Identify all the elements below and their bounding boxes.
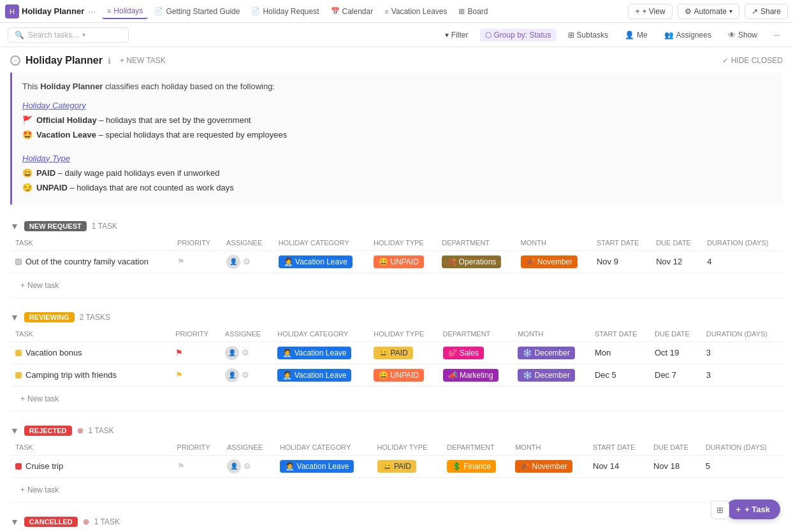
chevron-down-icon: ▾ xyxy=(729,8,732,15)
due-date: Nov 18 xyxy=(648,455,701,477)
assignees-icon: 👥 xyxy=(664,31,674,40)
category-item-vacation: 🤩 Vacation Leave – special holidays that… xyxy=(22,129,773,141)
assignees-button[interactable]: 👥 Assignees xyxy=(659,29,717,41)
section-toggle-rejected[interactable]: ▼ xyxy=(10,426,19,436)
department-pill[interactable]: 🍂 Operations xyxy=(442,255,501,268)
add-task-row[interactable]: + New task xyxy=(15,482,778,498)
col-due-date: DUE DATE xyxy=(651,235,702,251)
holiday-type-pill[interactable]: 😀 PAID xyxy=(377,460,416,473)
more-options-button[interactable]: ··· xyxy=(769,29,785,41)
month-pill[interactable]: 🍂 November xyxy=(521,255,578,268)
section-toggle-new-request[interactable]: ▼ xyxy=(10,221,19,231)
hide-closed-button[interactable]: ✓ HIDE CLOSED xyxy=(722,56,783,65)
view-button[interactable]: + + View xyxy=(628,4,672,19)
col-due-date: DUE DATE xyxy=(648,440,701,456)
add-task-row[interactable]: + New task xyxy=(15,391,778,407)
month-pill[interactable]: 🍂 November xyxy=(515,460,572,473)
plus-icon: + xyxy=(20,394,25,403)
priority-flag[interactable]: ⚑ xyxy=(175,348,183,357)
table-row[interactable]: Cruise trip ⚑ 👤 ⚙ 🧑‍💼 Vacation Leave 😀 P… xyxy=(10,455,783,477)
share-button[interactable]: ↗ Share xyxy=(745,4,788,19)
section-badge-new-request: NEW REQUEST xyxy=(24,221,87,231)
nav-tab-calendar[interactable]: 📅Calendar xyxy=(326,4,379,18)
nav-tab-getting-started[interactable]: 📄Getting Started Guide xyxy=(149,4,245,18)
grid-view-button[interactable]: ⊞ xyxy=(711,501,729,519)
month-pill[interactable]: ❄️ December xyxy=(518,347,575,359)
nav-tab-holidays[interactable]: ≡Holidays xyxy=(102,4,148,19)
start-date: Nov 14 xyxy=(588,455,648,477)
gear-icon[interactable]: ⚙ xyxy=(242,348,249,357)
filter-icon: ▾ xyxy=(445,31,449,40)
nav-tab-board[interactable]: ▦Board xyxy=(453,4,493,18)
holiday-category-pill[interactable]: 🧑‍💼 Vacation Leave xyxy=(277,347,351,359)
col-start-date: START DATE xyxy=(588,440,648,456)
holiday-type-pill[interactable]: 😀 UNPAID xyxy=(374,255,424,268)
month-pill[interactable]: ❄️ December xyxy=(518,369,575,382)
department-pill[interactable]: 💕 Sales xyxy=(443,347,484,359)
grid-icon: ⊞ xyxy=(717,505,724,515)
holiday-category-pill[interactable]: 🧑‍💼 Vacation Leave xyxy=(277,369,351,382)
task-count-reviewing: 2 TASKS xyxy=(80,313,110,322)
department-pill[interactable]: 📣 Marketing xyxy=(443,369,498,382)
col-assignee: ASSIGNEE xyxy=(222,440,275,456)
me-button[interactable]: 👤 Me xyxy=(620,29,653,41)
status-icon-rejected: ⊗ xyxy=(77,426,84,435)
show-button[interactable]: 👁 Show xyxy=(723,29,762,41)
col-holiday-category: HOLIDAY CATEGORY xyxy=(272,326,368,342)
table-row[interactable]: Out of the country family vacation ⚑ 👤 ⚙… xyxy=(10,250,783,273)
priority-flag[interactable]: ⚑ xyxy=(177,461,185,471)
toolbar: 🔍 Search tasks... ▾ ▾ Filter ⬡ Group by:… xyxy=(0,23,793,47)
holiday-category-pill[interactable]: 🧑‍💼 Vacation Leave xyxy=(280,460,354,473)
section-new-request: ▼ NEW REQUEST 1 TASK TASK PRIORITY ASSIG… xyxy=(10,217,783,298)
holiday-type-pill[interactable]: 😀 PAID xyxy=(374,347,412,359)
description-box: This Holiday Planner classifies each hol… xyxy=(10,73,783,205)
col-holiday-type: HOLIDAY TYPE xyxy=(368,326,437,342)
start-date: Nov 9 xyxy=(592,250,651,273)
priority-flag[interactable]: ⚑ xyxy=(177,257,185,266)
assignee-cell: 👤 ⚙ xyxy=(225,346,268,360)
gear-icon[interactable]: ⚙ xyxy=(243,257,251,266)
col-priority: PRIORITY xyxy=(170,326,220,342)
holiday-type-pill[interactable]: 😀 UNPAID xyxy=(374,369,424,382)
col-holiday-type: HOLIDAY TYPE xyxy=(368,235,437,251)
new-task-button[interactable]: + NEW TASK xyxy=(116,55,170,66)
category-item-official: 🚩 Official Holiday – holidays that are s… xyxy=(22,114,773,127)
app-menu-dots[interactable]: ··· xyxy=(88,6,96,17)
duration: 4 xyxy=(702,250,783,273)
nav-right: + + View ⚙ Automate ▾ ↗ Share xyxy=(628,4,788,19)
nav-tab-holiday-request[interactable]: 📄Holiday Request xyxy=(246,4,324,18)
section-toggle-cancelled[interactable]: ▼ xyxy=(10,517,19,527)
search-input[interactable]: 🔍 Search tasks... ▾ xyxy=(8,27,129,43)
add-task-fab[interactable]: + + Task xyxy=(726,500,780,519)
priority-flag[interactable]: ⚑ xyxy=(175,370,183,380)
gear-icon[interactable]: ⚙ xyxy=(242,370,249,380)
avatar: 👤 xyxy=(225,346,239,360)
table-row[interactable]: Camping trip with friends ⚑ 👤 ⚙ 🧑‍💼 Vaca… xyxy=(10,364,783,386)
collapse-toggle[interactable]: − xyxy=(10,55,20,66)
due-date: Dec 7 xyxy=(650,364,701,386)
start-date: Dec 5 xyxy=(590,364,650,386)
app-title: Holiday Planner xyxy=(22,6,84,16)
automate-button[interactable]: ⚙ Automate ▾ xyxy=(678,4,739,19)
table-row[interactable]: Vacation bonus ⚑ 👤 ⚙ 🧑‍💼 Vacation Leave … xyxy=(10,341,783,364)
nav-tabs: ≡Holidays📄Getting Started Guide📄Holiday … xyxy=(102,4,493,19)
add-task-row[interactable]: + New task xyxy=(15,277,778,294)
col-task: TASK xyxy=(10,440,172,456)
more-icon: ··· xyxy=(774,31,780,40)
type-section-title: Holiday Type xyxy=(22,154,773,163)
plus-icon: + xyxy=(20,281,25,290)
gear-icon[interactable]: ⚙ xyxy=(244,461,251,471)
fab-icon: + xyxy=(736,505,741,514)
col-duration: DURATION (DAYS) xyxy=(701,440,783,456)
subtasks-button[interactable]: ⊞ Subtasks xyxy=(563,29,613,41)
toolbar-right: ▾ Filter ⬡ Group by: Status ⊞ Subtasks 👤… xyxy=(440,29,785,41)
task-status-dot xyxy=(15,372,22,378)
section-toggle-reviewing[interactable]: ▼ xyxy=(10,312,19,322)
department-pill[interactable]: 💲 Finance xyxy=(447,460,496,473)
section-badge-rejected: REJECTED xyxy=(24,426,72,436)
nav-tab-vacation-leaves[interactable]: ≡Vacation Leaves xyxy=(379,4,452,18)
info-icon[interactable]: ℹ xyxy=(108,56,111,66)
holiday-category-pill[interactable]: 🧑‍💼 Vacation Leave xyxy=(279,255,353,268)
group-by-button[interactable]: ⬡ Group by: Status xyxy=(480,29,557,41)
filter-button[interactable]: ▾ Filter xyxy=(440,29,474,41)
